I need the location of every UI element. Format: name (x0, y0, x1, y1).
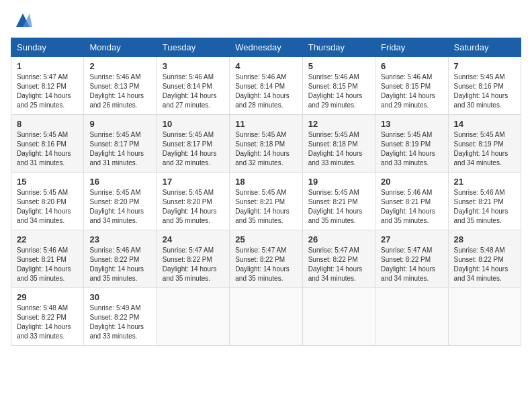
day-info: Sunrise: 5:45 AM Sunset: 8:19 PM Dayligh… (381, 131, 435, 167)
day-info: Sunrise: 5:48 AM Sunset: 8:22 PM Dayligh… (454, 246, 508, 282)
day-info: Sunrise: 5:47 AM Sunset: 8:22 PM Dayligh… (308, 246, 363, 282)
logo (11, 11, 32, 30)
day-number: 11 (235, 119, 296, 129)
day-number: 20 (381, 177, 442, 187)
table-row: 5 Sunrise: 5:46 AM Sunset: 8:15 PM Dayli… (302, 57, 375, 115)
day-info: Sunrise: 5:47 AM Sunset: 8:22 PM Dayligh… (235, 246, 290, 282)
day-number: 30 (89, 292, 150, 302)
day-info: Sunrise: 5:46 AM Sunset: 8:15 PM Dayligh… (381, 73, 435, 109)
table-row: 2 Sunrise: 5:46 AM Sunset: 8:13 PM Dayli… (84, 57, 157, 115)
calendar-week-row: 29 Sunrise: 5:48 AM Sunset: 8:22 PM Dayl… (11, 288, 521, 346)
table-row (230, 288, 302, 346)
calendar-table: SundayMondayTuesdayWednesdayThursdayFrid… (11, 38, 521, 346)
calendar-week-row: 22 Sunrise: 5:46 AM Sunset: 8:21 PM Dayl… (11, 230, 521, 288)
calendar-header-row: SundayMondayTuesdayWednesdayThursdayFrid… (11, 38, 521, 57)
day-info: Sunrise: 5:45 AM Sunset: 8:20 PM Dayligh… (17, 189, 71, 224)
day-number: 9 (89, 119, 150, 129)
page-header (11, 11, 521, 30)
table-row: 8 Sunrise: 5:45 AM Sunset: 8:16 PM Dayli… (11, 115, 84, 173)
calendar-week-row: 8 Sunrise: 5:45 AM Sunset: 8:16 PM Dayli… (11, 115, 521, 173)
day-number: 17 (163, 177, 224, 187)
column-header-thursday: Thursday (302, 38, 375, 57)
day-info: Sunrise: 5:45 AM Sunset: 8:20 PM Dayligh… (89, 189, 144, 224)
table-row: 21 Sunrise: 5:46 AM Sunset: 8:21 PM Dayl… (448, 173, 521, 230)
day-number: 24 (163, 234, 224, 244)
day-info: Sunrise: 5:45 AM Sunset: 8:17 PM Dayligh… (89, 131, 144, 167)
table-row: 12 Sunrise: 5:45 AM Sunset: 8:18 PM Dayl… (302, 115, 375, 173)
day-number: 12 (308, 119, 369, 129)
table-row (302, 288, 375, 346)
day-info: Sunrise: 5:46 AM Sunset: 8:21 PM Dayligh… (381, 189, 435, 224)
day-info: Sunrise: 5:48 AM Sunset: 8:22 PM Dayligh… (17, 304, 71, 340)
day-number: 27 (381, 234, 442, 244)
table-row: 6 Sunrise: 5:46 AM Sunset: 8:15 PM Dayli… (375, 57, 448, 115)
day-info: Sunrise: 5:46 AM Sunset: 8:21 PM Dayligh… (454, 189, 508, 224)
table-row: 18 Sunrise: 5:45 AM Sunset: 8:21 PM Dayl… (230, 173, 302, 230)
day-info: Sunrise: 5:47 AM Sunset: 8:22 PM Dayligh… (381, 246, 435, 282)
day-number: 29 (17, 292, 78, 302)
day-info: Sunrise: 5:46 AM Sunset: 8:22 PM Dayligh… (89, 246, 144, 282)
table-row: 27 Sunrise: 5:47 AM Sunset: 8:22 PM Dayl… (375, 230, 448, 288)
day-number: 1 (17, 61, 78, 71)
table-row (448, 288, 521, 346)
day-number: 15 (17, 177, 78, 187)
day-info: Sunrise: 5:46 AM Sunset: 8:14 PM Dayligh… (163, 73, 217, 109)
day-info: Sunrise: 5:45 AM Sunset: 8:21 PM Dayligh… (235, 189, 290, 224)
table-row: 30 Sunrise: 5:49 AM Sunset: 8:22 PM Dayl… (84, 288, 157, 346)
column-header-tuesday: Tuesday (157, 38, 229, 57)
table-row: 22 Sunrise: 5:46 AM Sunset: 8:21 PM Dayl… (11, 230, 84, 288)
day-number: 16 (89, 177, 150, 187)
day-number: 10 (163, 119, 224, 129)
table-row: 20 Sunrise: 5:46 AM Sunset: 8:21 PM Dayl… (375, 173, 448, 230)
column-header-sunday: Sunday (11, 38, 84, 57)
table-row: 13 Sunrise: 5:45 AM Sunset: 8:19 PM Dayl… (375, 115, 448, 173)
day-info: Sunrise: 5:46 AM Sunset: 8:15 PM Dayligh… (308, 73, 363, 109)
day-number: 8 (17, 119, 78, 129)
column-header-saturday: Saturday (448, 38, 521, 57)
day-number: 19 (308, 177, 369, 187)
day-info: Sunrise: 5:45 AM Sunset: 8:17 PM Dayligh… (163, 131, 217, 167)
column-header-monday: Monday (84, 38, 157, 57)
day-info: Sunrise: 5:45 AM Sunset: 8:18 PM Dayligh… (235, 131, 290, 167)
day-number: 26 (308, 234, 369, 244)
day-info: Sunrise: 5:49 AM Sunset: 8:22 PM Dayligh… (89, 304, 144, 340)
table-row: 15 Sunrise: 5:45 AM Sunset: 8:20 PM Dayl… (11, 173, 84, 230)
table-row: 4 Sunrise: 5:46 AM Sunset: 8:14 PM Dayli… (230, 57, 302, 115)
calendar-week-row: 1 Sunrise: 5:47 AM Sunset: 8:12 PM Dayli… (11, 57, 521, 115)
day-info: Sunrise: 5:45 AM Sunset: 8:19 PM Dayligh… (454, 131, 508, 167)
day-info: Sunrise: 5:45 AM Sunset: 8:16 PM Dayligh… (17, 131, 71, 167)
table-row: 23 Sunrise: 5:46 AM Sunset: 8:22 PM Dayl… (84, 230, 157, 288)
table-row: 9 Sunrise: 5:45 AM Sunset: 8:17 PM Dayli… (84, 115, 157, 173)
day-number: 23 (89, 234, 150, 244)
day-number: 5 (308, 61, 369, 71)
table-row: 14 Sunrise: 5:45 AM Sunset: 8:19 PM Dayl… (448, 115, 521, 173)
table-row: 28 Sunrise: 5:48 AM Sunset: 8:22 PM Dayl… (448, 230, 521, 288)
table-row: 25 Sunrise: 5:47 AM Sunset: 8:22 PM Dayl… (230, 230, 302, 288)
table-row: 7 Sunrise: 5:45 AM Sunset: 8:16 PM Dayli… (448, 57, 521, 115)
table-row: 24 Sunrise: 5:47 AM Sunset: 8:22 PM Dayl… (157, 230, 229, 288)
table-row: 11 Sunrise: 5:45 AM Sunset: 8:18 PM Dayl… (230, 115, 302, 173)
day-number: 2 (89, 61, 150, 71)
day-number: 13 (381, 119, 442, 129)
day-number: 22 (17, 234, 78, 244)
day-info: Sunrise: 5:45 AM Sunset: 8:18 PM Dayligh… (308, 131, 363, 167)
table-row: 19 Sunrise: 5:45 AM Sunset: 8:21 PM Dayl… (302, 173, 375, 230)
day-info: Sunrise: 5:46 AM Sunset: 8:13 PM Dayligh… (89, 73, 144, 109)
day-info: Sunrise: 5:45 AM Sunset: 8:20 PM Dayligh… (163, 189, 217, 224)
logo-icon (13, 11, 32, 30)
table-row: 1 Sunrise: 5:47 AM Sunset: 8:12 PM Dayli… (11, 57, 84, 115)
table-row (375, 288, 448, 346)
column-header-wednesday: Wednesday (230, 38, 302, 57)
day-info: Sunrise: 5:47 AM Sunset: 8:22 PM Dayligh… (163, 246, 217, 282)
day-number: 4 (235, 61, 296, 71)
day-number: 21 (454, 177, 515, 187)
table-row: 29 Sunrise: 5:48 AM Sunset: 8:22 PM Dayl… (11, 288, 84, 346)
day-number: 25 (235, 234, 296, 244)
table-row: 17 Sunrise: 5:45 AM Sunset: 8:20 PM Dayl… (157, 173, 229, 230)
day-number: 28 (454, 234, 515, 244)
day-info: Sunrise: 5:45 AM Sunset: 8:16 PM Dayligh… (454, 73, 508, 109)
day-number: 3 (163, 61, 224, 71)
table-row (157, 288, 229, 346)
calendar-week-row: 15 Sunrise: 5:45 AM Sunset: 8:20 PM Dayl… (11, 173, 521, 230)
table-row: 10 Sunrise: 5:45 AM Sunset: 8:17 PM Dayl… (157, 115, 229, 173)
